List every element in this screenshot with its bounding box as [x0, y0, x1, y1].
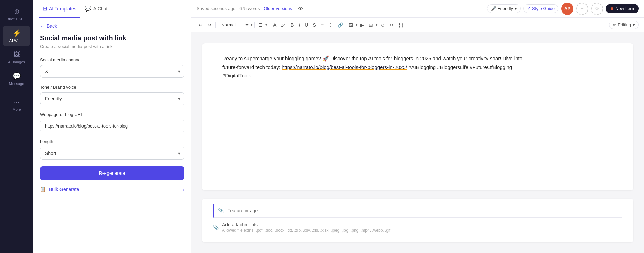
- table-chevron-icon: ▾: [376, 23, 378, 27]
- tone-select[interactable]: Friendly Professional Casual Formal: [40, 92, 184, 105]
- bulk-generate-link[interactable]: 📋 Bulk Generate ›: [40, 185, 184, 193]
- template-description: Create a social media post with a link: [40, 44, 184, 49]
- style-guide-button[interactable]: ✓ Style Guide: [523, 4, 558, 13]
- new-item-dot: [611, 7, 613, 10]
- toolbar-right: 🎤 Friendly ▾ ✓ Style Guide AP + ⚙ New It…: [487, 3, 639, 15]
- nav-label-ai-images: AI Images: [8, 60, 25, 64]
- bullet-list-button[interactable]: ≡: [319, 21, 326, 29]
- brief-seo-icon: ⊕: [14, 7, 20, 16]
- settings-avatar[interactable]: ⚙: [591, 3, 603, 15]
- link-button[interactable]: 🔗: [336, 21, 345, 29]
- ai-templates-tab-icon: ⊞: [43, 5, 47, 12]
- user-initials: AP: [564, 6, 570, 11]
- format-chevron-icon: ▾: [251, 23, 253, 27]
- highlight-button[interactable]: 🖊: [279, 21, 288, 29]
- nav-item-ai-images[interactable]: 🖼 AI Images: [3, 47, 30, 67]
- tab-ai-templates[interactable]: ⊞ AI Templates: [39, 0, 80, 18]
- channel-select-wrapper: X LinkedIn Facebook Instagram ▾: [40, 65, 184, 78]
- regenerate-button[interactable]: Re-generate: [40, 166, 184, 180]
- format-divider-3: [269, 22, 269, 28]
- tone-chevron-icon: ▾: [515, 6, 517, 11]
- length-select-wrapper: Short Medium Long ▾: [40, 147, 184, 160]
- tone-label: Tone / Brand voice: [40, 85, 184, 90]
- ordered-list-button[interactable]: ⋮: [326, 21, 335, 29]
- older-versions-link[interactable]: Older versions: [264, 6, 292, 11]
- regenerate-label: Re-generate: [99, 170, 125, 176]
- message-icon: 💬: [13, 72, 21, 80]
- eye-button[interactable]: 👁: [296, 5, 305, 13]
- tab-aichat-label: AIChat: [93, 6, 108, 12]
- bulk-generate-arrow-icon: ›: [183, 187, 184, 192]
- bold-button[interactable]: B: [288, 21, 296, 29]
- play-button[interactable]: ▶: [358, 21, 366, 29]
- editor-link[interactable]: https://narrato.io/blog/best-ai-tools-fo…: [282, 64, 407, 70]
- nav-item-more[interactable]: ··· More: [3, 95, 30, 115]
- bulk-generate-label: Bulk Generate: [49, 187, 79, 192]
- add-attachments-row[interactable]: 📎 Add attachments Allowed file extns: .p…: [213, 218, 622, 237]
- editing-chevron-icon: ▾: [633, 22, 635, 27]
- ai-writer-icon: ⚡: [13, 29, 21, 37]
- aichat-tab-icon: 💬: [85, 5, 91, 12]
- side-panel: ⊞ AI Templates 💬 AIChat ← Back Social me…: [33, 0, 191, 253]
- format-divider-2: [254, 22, 255, 28]
- nav-item-ai-writer[interactable]: ⚡ AI Writer: [3, 26, 30, 46]
- tone-friendly-label: Friendly: [498, 6, 513, 11]
- underline-button[interactable]: U: [303, 21, 310, 29]
- feature-image-label: Feature image: [227, 208, 258, 213]
- image-chevron-icon: ▾: [356, 23, 358, 27]
- saved-status: Saved seconds ago: [197, 6, 235, 11]
- italic-button[interactable]: I: [296, 21, 302, 29]
- back-label: Back: [47, 23, 57, 29]
- align-button[interactable]: ☰: [256, 21, 265, 29]
- nav-item-brief-seo[interactable]: ⊕ Brief + SEO: [3, 4, 30, 24]
- panel-content: ← Back Social media post with link Creat…: [33, 18, 191, 253]
- url-input[interactable]: [40, 120, 184, 132]
- settings-icon: ⚙: [595, 5, 599, 12]
- nav-label-brief-seo: Brief + SEO: [7, 17, 26, 21]
- feature-image-row[interactable]: 📎 Feature image: [213, 204, 622, 218]
- undo-button[interactable]: ↩: [197, 21, 205, 29]
- add-user-icon: +: [580, 6, 583, 12]
- text-color-button[interactable]: A: [271, 21, 278, 29]
- microphone-icon: 🎤: [491, 6, 496, 11]
- ai-images-icon: 🖼: [13, 51, 20, 59]
- length-field-group: Length Short Medium Long ▾: [40, 139, 184, 160]
- editor-area: Saved seconds ago 675 words Older versio…: [191, 0, 644, 253]
- image-button[interactable]: 🖼: [346, 21, 355, 29]
- url-label: Webpage or blog URL: [40, 112, 184, 117]
- align-chevron-icon: ▾: [265, 23, 267, 27]
- back-link[interactable]: ← Back: [40, 23, 184, 29]
- tone-friendly-button[interactable]: 🎤 Friendly ▾: [487, 4, 521, 13]
- editor-content[interactable]: Ready to supercharge your blogging game?…: [202, 43, 633, 190]
- add-attachments-label: Add attachments: [222, 222, 390, 227]
- length-select[interactable]: Short Medium Long: [40, 147, 184, 160]
- format-style-select[interactable]: Normal Heading 1 Heading 2: [217, 21, 250, 29]
- add-attachments-content: Add attachments Allowed file extns: .pdf…: [222, 222, 390, 233]
- emoji-button[interactable]: ☺: [378, 21, 387, 29]
- strikethrough-button[interactable]: S: [311, 21, 318, 29]
- editor-text: Ready to supercharge your blogging game?…: [222, 54, 527, 80]
- tabs-header: ⊞ AI Templates 💬 AIChat: [33, 0, 191, 18]
- nav-label-more: More: [12, 107, 21, 111]
- paperclip-attach-icon: 📎: [213, 225, 219, 230]
- editing-label: Editing: [618, 22, 631, 27]
- word-count: 675 words: [239, 6, 260, 11]
- clear-format-button[interactable]: ✂: [388, 21, 396, 29]
- channel-select[interactable]: X LinkedIn Facebook Instagram: [40, 65, 184, 78]
- left-nav: ⊕ Brief + SEO ⚡ AI Writer 🖼 AI Images 💬 …: [0, 0, 33, 253]
- new-item-button[interactable]: New Item: [606, 4, 639, 13]
- user-avatar: AP: [561, 3, 573, 15]
- tab-aichat[interactable]: 💬 AIChat: [80, 0, 112, 18]
- toolbar-status: Saved seconds ago 675 words Older versio…: [197, 5, 305, 13]
- nav-divider: [10, 92, 23, 92]
- template-title: Social media post with link: [40, 34, 184, 42]
- editor-scroll-area: Ready to supercharge your blogging game?…: [191, 32, 644, 253]
- nav-label-message: Message: [9, 82, 24, 86]
- redo-button[interactable]: ↪: [206, 21, 214, 29]
- code-button[interactable]: { }: [397, 21, 405, 29]
- add-user-avatar[interactable]: +: [576, 3, 588, 15]
- new-item-label: New Item: [615, 6, 634, 11]
- editing-badge[interactable]: ✏ Editing ▾: [609, 21, 639, 29]
- table-button[interactable]: ⊞: [367, 21, 375, 29]
- nav-item-message[interactable]: 💬 Message: [3, 69, 30, 89]
